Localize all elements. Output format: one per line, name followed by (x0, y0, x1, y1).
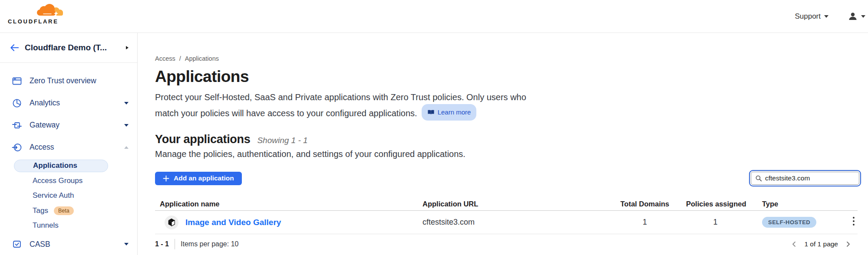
search-input[interactable] (751, 172, 859, 185)
pagination: 1 - 1 Items per page: 10 1 of 1 page (155, 239, 858, 249)
sidebar-item-label: CASB (30, 240, 124, 249)
previous-page-icon[interactable] (791, 241, 798, 248)
table-header-row: Application name Application URL Total D… (155, 198, 858, 211)
page-title: Applications (155, 68, 858, 86)
applications-table: Application name Application URL Total D… (155, 198, 858, 234)
access-subnav: Applications Access Groups Service Auth … (0, 158, 137, 233)
chevron-up-icon (124, 146, 129, 149)
plus-icon (163, 175, 169, 182)
cloudflare-wordmark: CLOUDFLARE (8, 18, 65, 25)
type-badge: SELF-HOSTED (762, 217, 816, 228)
sidebar-item-label: Analytics (30, 98, 124, 108)
top-bar: CLOUDFLARE Support (0, 0, 868, 33)
sidebar-item-label: Tags (33, 206, 48, 215)
user-icon (848, 11, 858, 22)
access-icon (12, 142, 22, 153)
header-total-domains: Total Domains (604, 200, 686, 208)
sidebar-item-tags[interactable]: Tags Beta (0, 203, 137, 219)
sidebar-item-label: Access (30, 143, 124, 152)
search-icon (755, 174, 762, 184)
breadcrumb: Access / Applications (155, 55, 858, 62)
breadcrumb-separator: / (179, 55, 181, 62)
chevron-down-icon (861, 15, 865, 18)
chevron-down-icon (124, 124, 129, 127)
chevron-down-icon (124, 102, 129, 105)
gateway-icon (12, 120, 22, 131)
sidebar-item-zero-trust-overview[interactable]: Zero Trust overview (0, 70, 137, 92)
sidebar-item-analytics[interactable]: Analytics (0, 92, 137, 114)
add-application-button[interactable]: Add an application (155, 172, 242, 185)
account-switcher: Cloudflare Demo (T... (0, 33, 137, 63)
header-type: Type (745, 200, 838, 208)
sidebar-item-label: Service Auth (33, 191, 74, 200)
policies-assigned-value: 1 (686, 218, 745, 227)
application-name-link[interactable]: Image and Video Gallery (185, 218, 281, 227)
add-application-label: Add an application (174, 174, 234, 182)
sidebar-item-label: Gateway (30, 121, 124, 130)
breadcrumb-access[interactable]: Access (155, 55, 175, 62)
sidebar-item-applications[interactable]: Applications (0, 158, 137, 173)
sidebar-item-casb[interactable]: CASB (0, 233, 137, 255)
cloudflare-cloud-icon (35, 3, 63, 17)
app-avatar (165, 216, 178, 229)
sidebar-item-label: Access Groups (33, 177, 83, 185)
casb-icon (12, 239, 22, 249)
sidebar: Cloudflare Demo (T... Zero Trust overvie… (0, 33, 138, 255)
analytics-pie-icon (12, 98, 22, 108)
header-application-url: Application URL (422, 200, 604, 208)
header-policies-assigned: Policies assigned (686, 200, 745, 208)
sidebar-item-access[interactable]: Access (0, 136, 137, 158)
pagination-divider (175, 239, 175, 249)
sidebar-item-label: Zero Trust overview (30, 76, 129, 85)
header-application-name: Application name (155, 200, 422, 208)
sidebar-item-service-auth[interactable]: Service Auth (0, 188, 137, 203)
section-subtext: Manage the policies, authentication, and… (155, 149, 858, 159)
pagination-range: 1 - 1 (155, 240, 169, 248)
selected-item-pill: Applications (14, 160, 108, 172)
cube-icon (167, 218, 176, 227)
user-menu[interactable] (848, 11, 865, 22)
sidebar-item-access-groups[interactable]: Access Groups (0, 173, 137, 189)
book-icon (427, 109, 435, 115)
items-per-page: Items per page: 10 (181, 240, 238, 248)
sidebar-item-gateway[interactable]: Gateway (0, 114, 137, 136)
section-heading: Your applications (155, 133, 250, 146)
account-expand-icon[interactable] (126, 46, 129, 49)
support-label: Support (795, 12, 821, 21)
cloudflare-logo[interactable]: CLOUDFLARE (8, 3, 65, 25)
application-url: cftestsite3.com (422, 218, 604, 227)
main-content: Access / Applications Applications Prote… (138, 33, 868, 255)
chevron-down-icon (824, 15, 828, 18)
chevron-down-icon (124, 243, 129, 245)
sidebar-item-tunnels[interactable]: Tunnels (0, 218, 137, 233)
search-focus-ring (749, 170, 861, 186)
table-row: Image and Video Gallery cftestsite3.com … (155, 211, 858, 234)
overview-window-icon (12, 76, 22, 86)
showing-count: Showing 1 - 1 (257, 136, 307, 145)
total-domains-value: 1 (604, 218, 686, 227)
page-status: 1 of 1 page (804, 240, 838, 248)
row-menu-kebab-icon[interactable] (850, 214, 858, 230)
page-description: Protect your Self-Hosted, SaaS and Priva… (155, 91, 551, 121)
back-arrow-icon[interactable] (10, 43, 20, 52)
learn-more-label: Learn more (438, 106, 471, 119)
next-page-icon[interactable] (845, 241, 851, 248)
support-menu[interactable]: Support (795, 12, 828, 21)
beta-badge: Beta (54, 206, 74, 215)
sidebar-item-label: Tunnels (33, 221, 59, 230)
account-name: Cloudflare Demo (T... (25, 43, 126, 52)
breadcrumb-applications[interactable]: Applications (185, 55, 219, 62)
learn-more-button[interactable]: Learn more (422, 104, 477, 121)
sidebar-nav: Zero Trust overview Analytics Gateway (0, 63, 137, 255)
